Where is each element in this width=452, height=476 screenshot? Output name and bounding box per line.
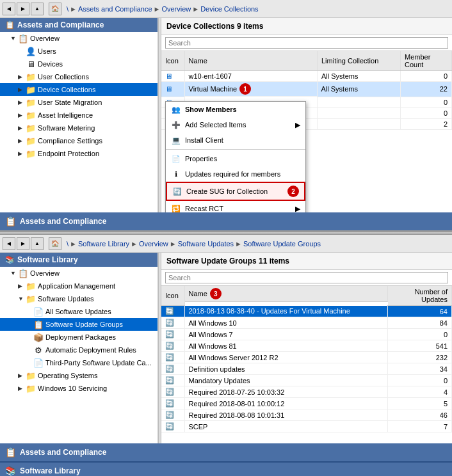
ctx-add-selected[interactable]: ➕ Add Selected Items ▶ bbox=[166, 117, 305, 132]
sidebar-header-icon-b: 📚 bbox=[5, 255, 15, 264]
breadcrumb-assets[interactable]: Assets and Compliance bbox=[78, 5, 152, 13]
table-row[interactable]: 🔄 All Windows 7 0 bbox=[161, 329, 452, 340]
up-button[interactable]: ▲ bbox=[31, 3, 44, 15]
row-icon: 🔄 bbox=[161, 375, 184, 386]
sidebar-item-software-updates[interactable]: ▼ 📁 Software Updates bbox=[0, 292, 157, 305]
sidebar-item-devices[interactable]: 🖥 Devices bbox=[0, 58, 157, 70]
bottom-search-input[interactable] bbox=[165, 272, 448, 283]
sidebar-item-label: Third-Party Software Update Ca... bbox=[45, 359, 152, 367]
breadcrumb-overview-b[interactable]: Overview bbox=[139, 240, 168, 248]
sidebar-item-asset-intelligence[interactable]: ▶ 📁 Asset Intelligence bbox=[0, 109, 157, 122]
sidebar-item-device-collections[interactable]: ▶ 📁 Device Collections bbox=[0, 83, 157, 96]
table-row[interactable]: 🔄 SCEP 7 bbox=[161, 421, 452, 432]
row-icon: 🔄 bbox=[161, 398, 184, 409]
sidebar-item-user-state-migration[interactable]: ▶ 📁 User State Migration bbox=[0, 96, 157, 109]
top-breadcrumb: \ ► Assets and Compliance ► Overview ► D… bbox=[67, 5, 259, 13]
ctx-properties[interactable]: 📄 Properties bbox=[166, 151, 305, 166]
top-search-input[interactable] bbox=[165, 37, 448, 49]
sidebar-item-overview[interactable]: ▼ 📋 Overview bbox=[0, 32, 157, 45]
back-button[interactable]: ◄ bbox=[3, 3, 15, 15]
software-updates-icon: 📁 bbox=[26, 294, 36, 304]
sidebar-item-adr[interactable]: ⚙ Automatic Deployment Rules bbox=[0, 344, 157, 356]
table-row[interactable]: 🖥 Virtual Machine 1 All Systems 22 bbox=[161, 82, 452, 97]
row-count: 0 bbox=[401, 107, 452, 118]
sidebar-item-users[interactable]: 👤 Users bbox=[0, 45, 157, 58]
home-button[interactable]: 🏠 bbox=[49, 3, 61, 15]
row-count: 0 bbox=[401, 97, 452, 107]
bottom-footer-bar-1[interactable]: 📋 Assets and Compliance bbox=[0, 443, 452, 461]
breadcrumb-device-collections[interactable]: Device Collections bbox=[200, 5, 258, 13]
row-limiting bbox=[318, 97, 401, 107]
up-button-bottom[interactable]: ▲ bbox=[31, 237, 44, 250]
table-row[interactable]: 🔄 Definition updates 34 bbox=[161, 363, 452, 375]
row-icon: 🔄 bbox=[161, 421, 184, 432]
top-sidebar: 📋 Assets and Compliance ▼ 📋 Overview 👤 U… bbox=[0, 18, 158, 212]
breadcrumb-root[interactable]: \ bbox=[67, 5, 69, 13]
sidebar-item-third-party[interactable]: 📄 Third-Party Software Update Ca... bbox=[0, 356, 157, 369]
sidebar-item-overview-b[interactable]: ▼ 📋 Overview bbox=[0, 267, 157, 280]
top-content-header: Device Collections 9 items bbox=[161, 18, 452, 35]
table-row[interactable]: 🔄 Required 2018-07-25 10:03:32 4 bbox=[161, 386, 452, 398]
home-button-bottom[interactable]: 🏠 bbox=[49, 237, 61, 250]
row-count: 64 bbox=[388, 306, 452, 317]
row-name: All Windows 7 bbox=[184, 329, 388, 340]
sidebar-item-all-software-updates[interactable]: 📄 All Software Updates bbox=[0, 305, 157, 318]
ctx-create-sug[interactable]: 🔄 Create SUG for Collection 2 bbox=[166, 182, 305, 201]
sidebar-item-label: Overview bbox=[30, 35, 60, 42]
bottom-footer-bar-2[interactable]: 📚 Software Library bbox=[0, 461, 452, 476]
forward-button[interactable]: ► bbox=[17, 3, 29, 15]
sidebar-item-win10-servicing[interactable]: ▶ 📁 Windows 10 Servicing bbox=[0, 382, 157, 395]
table-row[interactable]: 🔄 All Windows 10 84 bbox=[161, 317, 452, 329]
row-name: Required 2018-08-08 10:01:31 bbox=[184, 409, 388, 421]
sidebar-item-compliance-settings[interactable]: ▶ 📁 Compliance Settings bbox=[0, 134, 157, 147]
ctx-show-members[interactable]: 👥 Show Members bbox=[166, 102, 305, 117]
ctx-item-label: Show Members bbox=[185, 106, 237, 113]
row-icon: 🔄 bbox=[161, 306, 184, 317]
back-button-bottom[interactable]: ◄ bbox=[3, 237, 15, 250]
assets-compliance-icon-footer: 📋 bbox=[5, 216, 16, 226]
forward-button-bottom[interactable]: ► bbox=[17, 237, 29, 250]
sidebar-item-operating-systems[interactable]: ▶ 📁 Operating Systems bbox=[0, 369, 157, 382]
ctx-item-label: Install Client bbox=[185, 136, 223, 144]
ctx-recast-rct[interactable]: 🔁 Recast RCT ▶ bbox=[166, 201, 305, 212]
breadcrumb-software-library[interactable]: Software Library bbox=[78, 240, 129, 248]
sidebar-item-sug[interactable]: 📋 Software Update Groups bbox=[0, 318, 157, 331]
table-row[interactable]: 🔄 All Windows 81 541 bbox=[161, 340, 452, 352]
row-name: SCEP bbox=[184, 421, 388, 432]
table-row[interactable]: 🔄 Required 2018-08-01 10:00:12 5 bbox=[161, 398, 452, 409]
sidebar-item-software-metering[interactable]: ▶ 📁 Software Metering bbox=[0, 122, 157, 134]
breadcrumb-overview[interactable]: Overview bbox=[161, 5, 191, 13]
sidebar-item-endpoint-protection[interactable]: ▶ 📁 Endpoint Protection bbox=[0, 147, 157, 160]
table-row[interactable]: 🖥 w10-ent-1607 All Systems 0 bbox=[161, 71, 452, 82]
breadcrumb-sug[interactable]: Software Update Groups bbox=[243, 240, 321, 248]
table-row[interactable]: 🔄 2018-08-13 08-38-40 - Updates For Virt… bbox=[161, 306, 452, 317]
expand-icon: ▼ bbox=[10, 35, 18, 42]
sidebar-item-label: User Collections bbox=[38, 73, 89, 81]
sidebar-item-user-collections[interactable]: ▶ 📁 User Collections bbox=[0, 70, 157, 83]
software-library-bottom-label: Software Library bbox=[20, 466, 81, 475]
col-header-limiting: Limiting Collection bbox=[318, 51, 401, 71]
top-footer-bar: 📋 Assets and Compliance bbox=[0, 212, 452, 230]
breadcrumb-software-updates[interactable]: Software Updates bbox=[178, 240, 234, 248]
bottom-table-scroll[interactable]: Icon Name 3 Number of Updates 🔄 2018-08-… bbox=[161, 286, 452, 433]
assets-compliance-footer-label: Assets and Compliance bbox=[20, 217, 106, 226]
col-header-count: Member Count bbox=[401, 51, 452, 71]
table-row[interactable]: 🔄 All Windows Server 2012 R2 232 bbox=[161, 352, 452, 363]
sidebar-item-app-mgmt[interactable]: ▶ 📁 Application Management bbox=[0, 280, 157, 292]
sidebar-item-label: Software Update Groups bbox=[45, 321, 123, 328]
row-count: 0 bbox=[401, 71, 452, 82]
table-row[interactable]: 🔄 Required 2018-08-08 10:01:31 46 bbox=[161, 409, 452, 421]
sidebar-item-label: Software Metering bbox=[38, 124, 95, 132]
row-count: 46 bbox=[388, 409, 452, 421]
sidebar-item-label: Overview bbox=[30, 269, 60, 277]
row-count: 5 bbox=[388, 398, 452, 409]
breadcrumb-root-b[interactable]: \ bbox=[67, 240, 69, 248]
ctx-install-client[interactable]: 💻 Install Client bbox=[166, 132, 305, 148]
table-row[interactable]: 🔄 Mandatory Updates 0 bbox=[161, 375, 452, 386]
sidebar-header-icon: 📋 bbox=[5, 20, 15, 29]
sidebar-item-deployment-packages[interactable]: 📦 Deployment Packages bbox=[0, 331, 157, 344]
sidebar-item-label: Application Management bbox=[38, 282, 115, 290]
row-name: Required 2018-08-01 10:00:12 bbox=[184, 398, 388, 409]
ctx-updates-required[interactable]: ℹ Updates required for members bbox=[166, 166, 305, 182]
sidebar-item-label: Users bbox=[38, 47, 56, 55]
